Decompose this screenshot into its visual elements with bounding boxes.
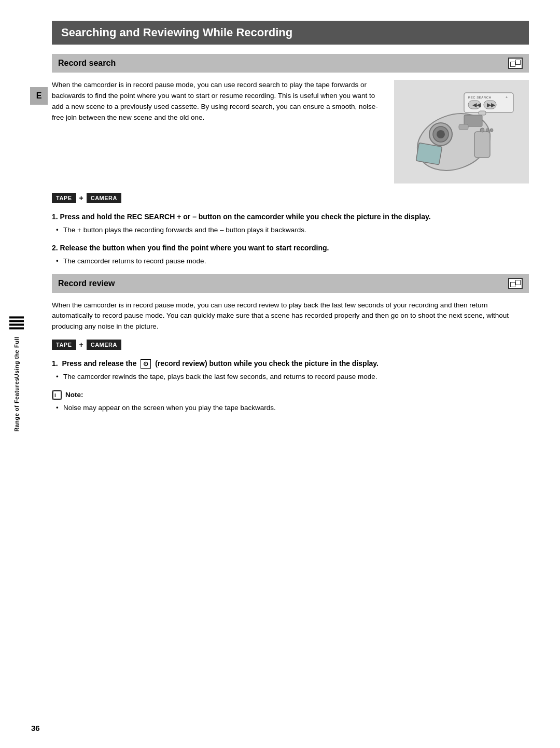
svg-text:REC SEARCH: REC SEARCH [468,96,491,99]
badge-plus-1: + [79,194,83,202]
svg-point-16 [480,128,484,132]
sidebar-label-2: Range of Features [13,378,20,432]
badge-camera-2: CAMERA [87,340,121,350]
step-1-1-heading: 1. Press and hold the REC SEARCH + or – … [52,211,529,222]
camera-illustration: REC SEARCH + ◀◀ ▶▶ [402,85,521,178]
note-header: i Note: [52,390,529,400]
svg-text:◀◀: ◀◀ [472,102,481,108]
step-2-1-symbol: ⊙ [141,359,151,369]
sidebar-line-2 [9,320,24,322]
svg-text:+: + [506,95,508,99]
note-icon: i [52,390,62,400]
section1-title: Record search [58,59,116,68]
section2-header: Record review [52,274,529,293]
step-number-1-1: 1. [52,213,60,221]
note-label: Note: [65,391,83,399]
svg-point-18 [490,129,493,132]
sidebar-line-3 [9,323,24,326]
sidebar-label-1: Using the Full [13,336,20,378]
badge-camera-1: CAMERA [87,193,121,203]
section2-icon [508,278,523,289]
sidebar: Using the Full Range of Features [9,316,24,432]
e-badge: E [30,87,48,105]
svg-rect-14 [459,124,468,130]
svg-rect-7 [479,111,486,115]
section2-body: When the camcorder is in record pause mo… [52,300,529,333]
badge-row-1: TAPE + CAMERA [52,193,529,203]
svg-point-11 [437,130,445,138]
section1-body: When the camcorder is in record pause mo… [52,80,384,184]
badge-row-2: TAPE + CAMERA [52,340,529,350]
step-1-2-bullet: The camcorder returns to record pause mo… [52,256,529,266]
steps-area-1: 1. Press and hold the REC SEARCH + or – … [52,211,529,267]
badge-plus-2: + [79,341,83,349]
step-2-1-heading: 1. Press and release the ⊙ (record revie… [52,358,529,369]
step-1-2-heading: 2. Release the button when you find the … [52,243,529,253]
step-2-1: 1. Press and release the ⊙ (record revie… [52,358,529,382]
page-title: Searching and Reviewing While Recording [52,21,529,45]
step-2-1-before: Press and release the [62,359,136,368]
note-bullet: Noise may appear on the screen when you … [52,403,529,413]
section1-content: When the camcorder is in record pause mo… [52,80,529,184]
section2-title: Record review [58,279,115,288]
camera-image-box: REC SEARCH + ◀◀ ▶▶ [394,80,529,184]
page: Using the Full Range of Features E Searc… [0,0,560,748]
note-icon-svg: i [52,390,62,400]
step-1-1: 1. Press and hold the REC SEARCH + or – … [52,211,529,235]
sidebar-text: Using the Full Range of Features [13,336,20,432]
sidebar-decoration [9,316,24,329]
step-2-1-bullet: The camcorder rewinds the tape, plays ba… [52,372,529,382]
badge-tape-1: TAPE [52,193,76,203]
step-number-2-1: 1. [52,359,60,368]
svg-text:i: i [54,392,56,398]
svg-rect-12 [474,132,490,158]
note-section: i Note: Noise may appear on the screen w… [52,390,529,413]
step-1-2: 2. Release the button when you find the … [52,243,529,266]
steps-area-2: 1. Press and release the ⊙ (record revie… [52,358,529,382]
svg-rect-15 [416,143,442,164]
step-1-1-bullet: The + button plays the recording forward… [52,225,529,235]
page-number: 36 [31,724,40,732]
svg-text:▶▶: ▶▶ [487,102,496,108]
step-2-1-after: (record review) button while you check t… [155,359,379,368]
section1-header: Record search [52,54,529,73]
section1-icon [508,58,523,69]
step-number-1-2: 2. [52,244,60,252]
badge-tape-2: TAPE [52,340,76,350]
sidebar-line-1 [9,316,24,318]
svg-point-17 [486,129,489,132]
sidebar-line-4 [9,327,24,329]
